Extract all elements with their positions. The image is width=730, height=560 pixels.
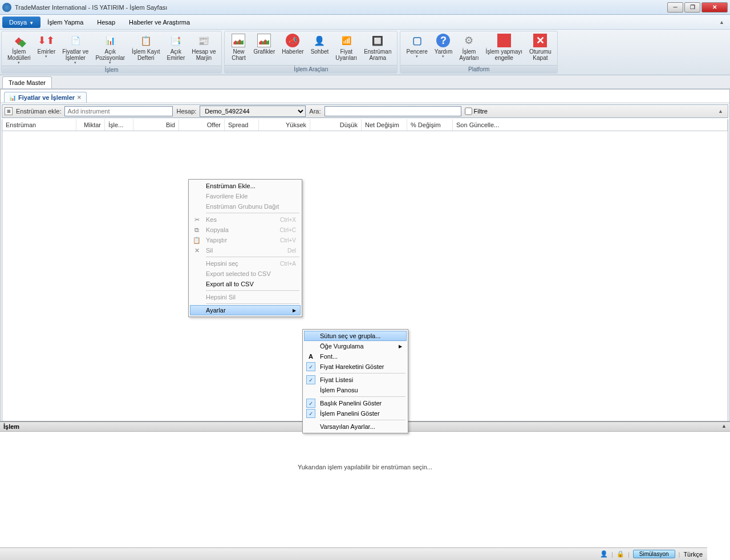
col-yuksek[interactable]: Yüksek — [259, 119, 310, 131]
ctx-fiyat-listesi[interactable]: ✓Fiyat Listesi — [304, 375, 407, 385]
menu-hesap[interactable]: Hesap — [90, 17, 122, 28]
ribbon-collapse-icon[interactable]: ▲ — [716, 19, 728, 25]
col-enstruman[interactable]: Enstrüman — [2, 119, 76, 131]
account-icon — [197, 34, 210, 47]
orders-icon: ⬇⬆ — [39, 34, 53, 47]
hesap-select[interactable]: Demo_5492244 — [200, 105, 306, 117]
tab-close-icon[interactable]: ✕ — [77, 95, 82, 100]
menu-islem-yapma[interactable]: İşlem Yapma — [40, 17, 90, 28]
titlebar: TradeMaster International - IS YATIRIM -… — [0, 0, 730, 15]
bottom-panel-title: İşlem — [3, 423, 19, 430]
doc-tab-trademaster[interactable]: Trade Master — [2, 76, 52, 88]
bottom-message: Yukarıdan işlem yapılabilir bir enstrüma… — [298, 464, 432, 470]
ribbon-grafikler[interactable]: Grafikler — [250, 33, 278, 65]
filterbar-collapse-icon[interactable]: ▲ — [716, 108, 725, 114]
ctx-ayarlar[interactable]: Ayarlar▶ — [190, 305, 301, 315]
chart-icon — [232, 34, 245, 47]
ribbon-new-chart[interactable]: New Chart — [227, 33, 250, 65]
filtre-checkbox[interactable] — [465, 106, 472, 116]
check-icon: ✓ — [306, 409, 315, 418]
menu-haberler[interactable]: Haberler ve Araştırma — [122, 17, 197, 28]
ctx-grubu-dagit: Enstrüman Grubunu Dağıt — [190, 201, 301, 212]
ribbon-pencere[interactable]: Pencere▾ — [403, 33, 431, 65]
ribbon-islem-modulleri[interactable]: İşlem Modülleri▾ — [4, 33, 34, 66]
bottom-panel: İşlem ▲ Yukarıdan işlem yapılabilir bir … — [0, 421, 730, 539]
positions-icon — [103, 34, 117, 47]
ribbon-fiyatlar[interactable]: Fiyatlar ve İşlemler▾ — [59, 33, 92, 66]
ribbon-engelle[interactable]: İşlem yapmayı engelle — [482, 33, 526, 65]
ctx-islem-paneli[interactable]: ✓İşlem Panelini Göster — [304, 408, 407, 419]
ara-input[interactable] — [325, 106, 461, 116]
ribbon-hesap-marjin[interactable]: Hesap ve Marjin — [188, 33, 219, 66]
check-icon: ✓ — [306, 399, 315, 408]
ctx-font[interactable]: AFont... — [304, 351, 407, 362]
grid-icon[interactable]: ⊞ — [5, 107, 13, 115]
ribbon-uyarilar[interactable]: Fiyat Uyarıları — [332, 33, 360, 65]
ctx-export-selected: Export selected to CSV — [190, 269, 301, 279]
simulasyon-button[interactable]: Simülasyon — [633, 550, 675, 558]
ctx-islem-panosu[interactable]: İşlem Panosu — [304, 385, 407, 395]
ribbon-islem-ayarlari[interactable]: İşlem Ayarları — [456, 33, 482, 65]
add-instrument-input[interactable] — [64, 106, 173, 116]
lock-icon[interactable]: 🔒 — [617, 550, 624, 558]
col-spread[interactable]: Spread — [225, 119, 259, 131]
ctx-fiyat-hareketi[interactable]: ✓Fiyat Hareketini Göster — [304, 362, 407, 372]
ribbon-group-islem: İşlem Modülleri▾ ⬇⬆Emirler▾ Fiyatlar ve … — [1, 31, 222, 74]
language-label[interactable]: Türkçe — [683, 551, 703, 558]
ribbon-haberler[interactable]: Haberler — [278, 33, 307, 65]
col-bid[interactable]: Bid — [133, 119, 179, 131]
prices-icon — [68, 34, 82, 47]
ribbon-kayit-defteri[interactable]: İşlem Kayıt Defteri — [128, 33, 163, 66]
chat-icon — [313, 34, 326, 47]
journal-icon — [139, 34, 153, 47]
ctx-yapistir: 📋YapıştırCtrl+V — [190, 235, 301, 245]
ctx-sil: ✕SilDel — [190, 245, 301, 255]
col-dusuk[interactable]: Düşük — [310, 119, 362, 131]
close-button[interactable]: ✕ — [701, 2, 728, 13]
window-buttons: ─ ❐ ✕ — [667, 2, 728, 13]
window-title: TradeMaster International - IS YATIRIM -… — [15, 4, 667, 11]
ctx-enstruman-ekle[interactable]: Enstrüman Ekle... — [190, 181, 301, 191]
ctx-baslik-paneli[interactable]: ✓Başlık Panelini Göster — [304, 398, 407, 408]
document-tabs: Trade Master — [0, 75, 730, 89]
ribbon-acik-emirler[interactable]: Açık Emirler — [164, 33, 189, 66]
col-son-guncelle[interactable]: Son Güncelle... — [453, 119, 728, 131]
maximize-button[interactable]: ❐ — [684, 2, 700, 13]
statusbar: 👤 | 🔒 | Simülasyon | Türkçe — [0, 547, 707, 560]
ctx-export-all[interactable]: Export all to CSV — [190, 279, 301, 289]
modules-icon — [12, 34, 26, 47]
panel-collapse-icon[interactable]: ▲ — [721, 423, 727, 430]
ctx-separator — [320, 373, 405, 374]
ctx-oge-vurgulama[interactable]: Öğe Vurgulama▶ — [304, 341, 407, 351]
hesap-label: Hesap: — [176, 108, 196, 115]
copy-icon: ⧉ — [192, 225, 201, 234]
menu-dosya[interactable]: Dosya▼ — [2, 17, 40, 28]
ribbon-group-platform: Pencere▾ Yardım▾ İşlem Ayarları İşlem ya… — [400, 31, 557, 74]
add-instrument-label: Enstrüman ekle: — [16, 108, 61, 115]
delete-icon: ✕ — [192, 246, 201, 255]
ctx-hepsini-sil: Hepsini Sil — [190, 292, 301, 302]
ctx-sutun-sec[interactable]: Sütun seç ve grupla... — [304, 331, 407, 341]
ctx-varsayilan-ayarlar[interactable]: Varsayılan Ayarlar... — [304, 421, 407, 432]
col-offer[interactable]: Offer — [179, 119, 225, 131]
context-menu: Enstrüman Ekle... Favorilere Ekle Enstrü… — [188, 179, 302, 317]
col-net-degisim[interactable]: Net Değişim — [362, 119, 407, 131]
col-isle[interactable]: İşle... — [105, 119, 133, 131]
paste-icon: 📋 — [192, 236, 201, 245]
ctx-kopyala: ⧉KopyalaCtrl+C — [190, 225, 301, 235]
ribbon-emirler[interactable]: ⬇⬆Emirler▾ — [34, 33, 59, 66]
col-pct-degisim[interactable]: % Değişim — [407, 119, 453, 131]
ribbon-enstruman-arama[interactable]: Enstrüman Arama — [360, 33, 395, 65]
ribbon-sohbet[interactable]: Sohbet — [307, 33, 332, 65]
ribbon-group-label: İşlem Araçları — [225, 65, 397, 73]
user-status-icon[interactable]: 👤 — [600, 550, 608, 558]
minimize-button[interactable]: ─ — [667, 2, 683, 13]
ribbon-oturumu-kapat[interactable]: Oturumu Kapat — [526, 33, 555, 65]
col-miktar[interactable]: Miktar — [76, 119, 105, 131]
window-icon — [410, 34, 424, 47]
ribbon-yardim[interactable]: Yardım▾ — [431, 33, 456, 65]
ctx-separator — [206, 213, 299, 213]
app-icon — [2, 3, 11, 12]
ribbon-pozisyonlar[interactable]: Açık Pozisyonlar▾ — [92, 33, 128, 66]
inner-tab-fiyatlar[interactable]: Fiyatlar ve İşlemler ✕ — [4, 92, 87, 103]
